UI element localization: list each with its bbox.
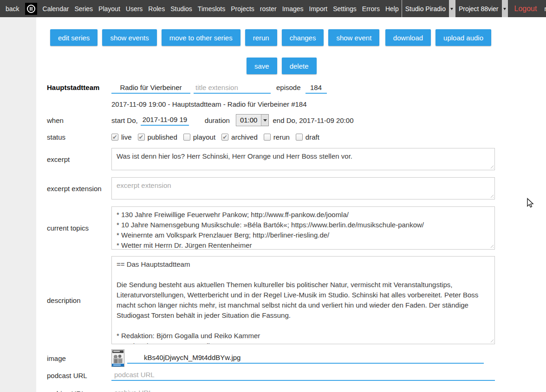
top-navbar: back Calendar Series Playout Users Roles…: [0, 0, 546, 17]
description-textarea[interactable]: == Das Hauptstadtteam Die Sendung besteh…: [111, 256, 495, 344]
chevron-down-glyph: [503, 8, 506, 12]
duration-select[interactable]: 01:00: [236, 114, 269, 126]
image-thumbnail[interactable]: [111, 349, 124, 367]
toolbar-row-1: edit series show events move to other se…: [50, 29, 491, 46]
status-option-rerun: rerun: [264, 133, 290, 141]
project-select-value: Project 88vier: [455, 5, 502, 13]
changes-button[interactable]: changes: [282, 29, 324, 46]
nav-import[interactable]: Import: [306, 5, 331, 13]
delete-button[interactable]: delete: [282, 58, 317, 74]
nav-settings[interactable]: Settings: [330, 5, 359, 13]
chevron-down-icon[interactable]: [261, 115, 268, 126]
live-checkbox[interactable]: ✔: [111, 134, 118, 141]
full-title-row: 2017-11-09 19:00 - Hauptstadtteam - Radi…: [47, 100, 546, 108]
image-filename-input[interactable]: [127, 353, 484, 364]
excerpt-extension-row: excerpt extension: [47, 177, 546, 199]
image-row: image: [47, 349, 546, 367]
left-gutter: [0, 17, 36, 392]
status-option-draft: draft: [296, 133, 319, 141]
toolbar-row-2: save delete: [247, 58, 546, 74]
rerun-button[interactable]: rerun: [245, 29, 277, 46]
current-topics-label: current topics: [47, 224, 111, 232]
full-title-text: 2017-11-09 19:00 - Hauptstadtteam - Radi…: [111, 100, 307, 108]
rerun-checkbox[interactable]: [264, 134, 271, 141]
live-checkbox-label: live: [121, 133, 132, 141]
status-option-published: ✔ published: [138, 133, 177, 141]
chevron-down-glyph: [263, 119, 267, 123]
current-topics-textarea[interactable]: * 130 Jahre Freiwillige Feuerwehr Pankow…: [111, 206, 495, 250]
status-option-live: ✔ live: [111, 133, 132, 141]
chevron-down-icon[interactable]: [502, 0, 508, 17]
archive-url-input[interactable]: [111, 388, 495, 392]
save-button[interactable]: save: [247, 58, 277, 74]
chevron-down-icon[interactable]: [449, 0, 455, 17]
duration-label: duration: [205, 116, 230, 124]
nav-errors[interactable]: Errors: [359, 5, 383, 13]
start-datetime-input[interactable]: [141, 115, 189, 126]
image-label: image: [47, 354, 111, 362]
archived-checkbox-label: archived: [231, 133, 258, 141]
excerpt-extension-label: excerpt extension: [47, 185, 111, 193]
nav-roster[interactable]: roster: [257, 5, 280, 13]
nav-playout[interactable]: Playout: [96, 5, 123, 13]
pause-circle-icon: [26, 4, 36, 13]
toolbar-right-group: download upload audio: [385, 29, 491, 46]
current-topics-row: current topics * 130 Jahre Freiwillige F…: [47, 206, 546, 250]
podcast-url-row: podcast URL: [47, 369, 546, 381]
end-label: end Do, 2017-11-09 20:00: [273, 116, 353, 124]
nav-users[interactable]: Users: [123, 5, 146, 13]
podcast-url-label: podcast URL: [47, 372, 111, 379]
nav-calendar[interactable]: Calendar: [40, 5, 72, 13]
archived-checkbox[interactable]: ✔: [221, 134, 228, 141]
published-checkbox-label: published: [148, 133, 177, 141]
draft-checkbox[interactable]: [296, 134, 303, 141]
main-content: edit series show events move to other se…: [36, 17, 546, 392]
description-label: description: [47, 296, 111, 304]
studio-select[interactable]: Studio Piradio: [402, 0, 455, 17]
archive-url-label: archive URL: [47, 390, 111, 392]
series-name-label: Hauptstadtteam: [47, 84, 111, 91]
excerpt-textarea[interactable]: Was ist denn hier los? Herr Schinski, He…: [111, 148, 495, 170]
status-label: status: [47, 133, 111, 141]
app-logo-icon[interactable]: [25, 3, 37, 15]
upload-audio-button[interactable]: upload audio: [436, 29, 491, 46]
username-label: milan: [541, 5, 546, 13]
edit-series-button[interactable]: edit series: [50, 29, 98, 46]
studio-select-value: Studio Piradio: [402, 5, 449, 13]
published-checkbox[interactable]: ✔: [138, 134, 145, 141]
description-row: description == Das Hauptstadtteam Die Se…: [47, 256, 546, 344]
when-row: when start Do, duration 01:00 end Do, 20…: [47, 114, 546, 127]
nav-images[interactable]: Images: [280, 5, 306, 13]
title-extension-input[interactable]: [194, 83, 271, 94]
status-option-archived: ✔ archived: [221, 133, 258, 141]
nav-studios[interactable]: Studios: [168, 5, 195, 13]
draft-checkbox-label: draft: [306, 133, 319, 141]
show-events-button[interactable]: show events: [102, 29, 156, 46]
show-event-button[interactable]: show event: [328, 29, 379, 46]
playout-checkbox-label: playout: [193, 133, 215, 141]
episode-label: episode: [276, 84, 301, 91]
project-select[interactable]: Project 88vier: [455, 0, 508, 17]
nav-series[interactable]: Series: [72, 5, 96, 13]
start-label: start Do,: [111, 116, 138, 124]
podcast-url-input[interactable]: [111, 370, 495, 381]
playout-checkbox[interactable]: [183, 134, 190, 141]
download-button[interactable]: download: [385, 29, 431, 46]
archive-url-row: archive URL: [47, 387, 546, 392]
episode-input[interactable]: [306, 83, 327, 94]
excerpt-label: excerpt: [47, 155, 111, 163]
when-label: when: [47, 116, 111, 124]
nav-help[interactable]: Help: [383, 5, 402, 13]
rerun-checkbox-label: rerun: [273, 133, 290, 141]
move-to-other-series-button[interactable]: move to other series: [162, 29, 240, 46]
navbar-right-group: Studio Piradio Project 88vier Logout mil…: [402, 0, 546, 17]
title-input[interactable]: [111, 83, 190, 94]
nav-projects[interactable]: Projects: [228, 5, 257, 13]
nav-timeslots[interactable]: Timeslots: [195, 5, 228, 13]
status-row: status ✔ live ✔ published playout ✔ arch…: [47, 133, 546, 141]
logout-link[interactable]: Logout: [508, 5, 542, 13]
nav-back[interactable]: back: [0, 5, 22, 13]
nav-roles[interactable]: Roles: [145, 5, 168, 13]
excerpt-extension-textarea[interactable]: [111, 177, 495, 199]
chevron-down-glyph: [450, 8, 453, 12]
